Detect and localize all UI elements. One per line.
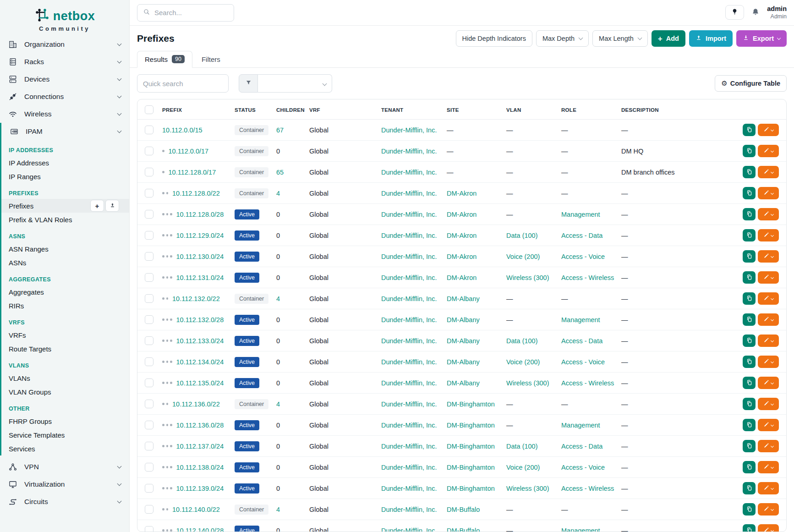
sidebar-item-prefixes[interactable]: Prefixes+ xyxy=(1,199,129,213)
import-button[interactable]: Import xyxy=(689,30,733,47)
tenant-link[interactable]: Dunder-Mifflin, Inc. xyxy=(381,443,437,450)
tenant-link[interactable]: Dunder-Mifflin, Inc. xyxy=(381,295,437,302)
edit-button[interactable] xyxy=(758,461,779,473)
prefix-link[interactable]: 10.112.131.0/24 xyxy=(176,274,224,281)
tab-results[interactable]: Results 90 xyxy=(137,51,192,68)
site-link[interactable]: DM-Akron xyxy=(447,253,476,260)
site-link[interactable]: DM-Buffalo xyxy=(447,527,480,532)
sidebar-item-asn-ranges[interactable]: ASN Ranges xyxy=(1,242,129,256)
prefix-link[interactable]: 10.112.140.0/28 xyxy=(176,527,224,532)
edit-button[interactable] xyxy=(758,229,779,241)
row-checkbox[interactable] xyxy=(145,189,153,197)
select-all-checkbox[interactable] xyxy=(145,105,153,114)
role-link[interactable]: Access - Wireless xyxy=(561,274,614,281)
vlan-link[interactable]: Data (100) xyxy=(506,232,538,239)
sidebar-item-vlans[interactable]: VLANs xyxy=(1,371,129,385)
prefix-link[interactable]: 10.112.136.0/22 xyxy=(172,400,220,408)
role-link[interactable]: Management xyxy=(561,316,600,324)
edit-button[interactable] xyxy=(758,524,779,532)
row-checkbox[interactable] xyxy=(145,421,153,429)
site-link[interactable]: DM-Binghamton xyxy=(447,485,495,492)
copy-button[interactable] xyxy=(743,229,756,241)
edit-button[interactable] xyxy=(758,377,779,389)
role-link[interactable]: Access - Voice xyxy=(561,464,605,471)
sidebar-item-wireless[interactable]: Wireless xyxy=(0,105,129,123)
add-button[interactable]: + Add xyxy=(652,30,685,47)
prefix-link[interactable]: 10.112.0.0/17 xyxy=(169,148,209,155)
saved-filter-select[interactable] xyxy=(258,74,332,93)
sidebar-item-vrfs[interactable]: VRFs xyxy=(1,328,129,342)
sidebar-item-connections[interactable]: Connections xyxy=(0,88,129,105)
copy-button[interactable] xyxy=(743,335,756,347)
sidebar-item-route-targets[interactable]: Route Targets xyxy=(1,342,129,356)
row-checkbox[interactable] xyxy=(145,231,153,240)
vlan-link[interactable]: Voice (200) xyxy=(506,464,540,471)
role-link[interactable]: Access - Data xyxy=(561,443,602,450)
prefix-link[interactable]: 10.112.135.0/24 xyxy=(176,379,224,387)
site-link[interactable]: DM-Binghamton xyxy=(447,400,495,408)
tenant-link[interactable]: Dunder-Mifflin, Inc. xyxy=(381,358,437,366)
global-search[interactable] xyxy=(137,4,234,22)
edit-button[interactable] xyxy=(758,145,779,157)
row-checkbox[interactable] xyxy=(145,526,153,532)
edit-button[interactable] xyxy=(758,208,779,220)
row-checkbox[interactable] xyxy=(145,463,153,472)
copy-button[interactable] xyxy=(743,166,756,178)
tenant-link[interactable]: Dunder-Mifflin, Inc. xyxy=(381,316,437,324)
search-input[interactable] xyxy=(154,9,228,16)
copy-button[interactable] xyxy=(743,187,756,199)
copy-button[interactable] xyxy=(743,124,756,136)
tenant-link[interactable]: Dunder-Mifflin, Inc. xyxy=(381,485,437,492)
copy-button[interactable] xyxy=(743,398,756,410)
role-link[interactable]: Access - Voice xyxy=(561,253,605,260)
sidebar-item-virtualization[interactable]: Virtualization xyxy=(0,476,129,493)
tenant-link[interactable]: Dunder-Mifflin, Inc. xyxy=(381,211,437,218)
copy-button[interactable] xyxy=(743,419,756,431)
edit-button[interactable] xyxy=(758,503,779,516)
prefix-link[interactable]: 10.112.129.0/24 xyxy=(176,232,224,239)
children-count-link[interactable]: 67 xyxy=(276,126,284,134)
prefix-link[interactable]: 10.112.138.0/24 xyxy=(176,464,224,471)
prefix-link[interactable]: 10.112.137.0/24 xyxy=(176,443,224,450)
vlan-link[interactable]: Wireless (300) xyxy=(506,485,549,492)
edit-button[interactable] xyxy=(758,166,779,178)
vlan-link[interactable]: Data (100) xyxy=(506,337,538,345)
tenant-link[interactable]: Dunder-Mifflin, Inc. xyxy=(381,169,437,176)
site-link[interactable]: DM-Akron xyxy=(447,232,476,239)
role-link[interactable]: Management xyxy=(561,211,600,218)
sidebar-item-vlan-groups[interactable]: VLAN Groups xyxy=(1,385,129,399)
sidebar-item-asns[interactable]: ASNs xyxy=(1,256,129,269)
site-link[interactable]: DM-Akron xyxy=(447,190,476,197)
edit-button[interactable] xyxy=(758,187,779,199)
quick-import-button[interactable] xyxy=(105,200,119,212)
copy-button[interactable] xyxy=(743,208,756,220)
vlan-link[interactable]: Voice (200) xyxy=(506,358,540,366)
children-count-link[interactable]: 4 xyxy=(276,190,280,197)
row-checkbox[interactable] xyxy=(145,168,153,176)
tenant-link[interactable]: Dunder-Mifflin, Inc. xyxy=(381,274,437,281)
copy-button[interactable] xyxy=(743,503,756,516)
sidebar-item-organization[interactable]: Organization xyxy=(0,36,129,53)
tenant-link[interactable]: Dunder-Mifflin, Inc. xyxy=(381,337,437,345)
tenant-link[interactable]: Dunder-Mifflin, Inc. xyxy=(381,400,437,408)
children-count-link[interactable]: 65 xyxy=(276,169,284,176)
sidebar-item-ip-addresses[interactable]: IP Addresses xyxy=(1,156,129,170)
site-link[interactable]: DM-Albany xyxy=(447,295,480,302)
max-length-dropdown[interactable]: Max Length xyxy=(592,30,648,47)
tenant-link[interactable]: Dunder-Mifflin, Inc. xyxy=(381,527,437,532)
site-link[interactable]: DM-Akron xyxy=(447,274,476,281)
edit-button[interactable] xyxy=(758,313,779,326)
edit-button[interactable] xyxy=(758,482,779,494)
site-link[interactable]: DM-Albany xyxy=(447,379,480,387)
edit-button[interactable] xyxy=(758,356,779,368)
max-depth-dropdown[interactable]: Max Depth xyxy=(536,30,589,47)
copy-button[interactable] xyxy=(743,250,756,263)
edit-button[interactable] xyxy=(758,335,779,347)
row-checkbox[interactable] xyxy=(145,378,153,387)
role-link[interactable]: Access - Wireless xyxy=(561,485,614,492)
site-link[interactable]: DM-Binghamton xyxy=(447,443,495,450)
row-checkbox[interactable] xyxy=(145,126,153,134)
children-count-link[interactable]: 4 xyxy=(276,506,280,513)
row-checkbox[interactable] xyxy=(145,357,153,366)
role-link[interactable]: Management xyxy=(561,527,600,532)
